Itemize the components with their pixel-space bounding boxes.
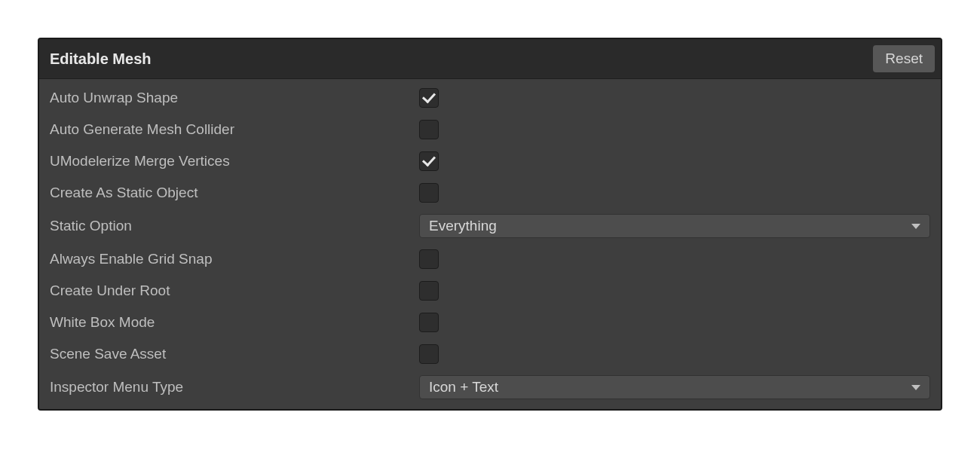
label-always-enable-grid-snap: Always Enable Grid Snap [50, 251, 419, 267]
controls-auto-generate-mesh-collider [419, 120, 930, 139]
row-always-enable-grid-snap: Always Enable Grid Snap [45, 243, 935, 275]
controls-static-option: Everything [419, 214, 930, 238]
row-scene-save-asset: Scene Save Asset [45, 338, 935, 370]
checkbox-scene-save-asset[interactable] [419, 344, 439, 364]
label-create-under-root: Create Under Root [50, 282, 419, 299]
panel-title: Editable Mesh [50, 50, 151, 68]
label-auto-unwrap-shape: Auto Unwrap Shape [50, 90, 419, 106]
dropdown-static-option-value: Everything [429, 218, 497, 234]
checkbox-always-enable-grid-snap[interactable] [419, 249, 439, 269]
label-auto-generate-mesh-collider: Auto Generate Mesh Collider [50, 121, 419, 138]
row-white-box-mode: White Box Mode [45, 307, 935, 338]
checkbox-umodelerize-merge-vertices[interactable] [419, 151, 439, 171]
checkbox-create-as-static-object[interactable] [419, 183, 439, 203]
controls-inspector-menu-type: Icon + Text [419, 375, 930, 399]
panel-body: Auto Unwrap Shape Auto Generate Mesh Col… [39, 79, 941, 409]
dropdown-inspector-menu-type-value: Icon + Text [429, 379, 498, 396]
checkbox-create-under-root[interactable] [419, 281, 439, 301]
editable-mesh-panel: Editable Mesh Reset Auto Unwrap Shape Au… [38, 38, 942, 411]
dropdown-inspector-menu-type[interactable]: Icon + Text [419, 375, 930, 399]
controls-create-under-root [419, 281, 930, 301]
row-inspector-menu-type: Inspector Menu Type Icon + Text [45, 370, 935, 405]
row-static-option: Static Option Everything [45, 209, 935, 243]
row-auto-generate-mesh-collider: Auto Generate Mesh Collider [45, 114, 935, 145]
label-inspector-menu-type: Inspector Menu Type [50, 379, 419, 396]
controls-always-enable-grid-snap [419, 249, 930, 269]
chevron-down-icon [911, 385, 920, 390]
controls-scene-save-asset [419, 344, 930, 364]
label-umodelerize-merge-vertices: UModelerize Merge Vertices [50, 153, 419, 170]
panel-header: Editable Mesh Reset [39, 39, 941, 79]
label-create-as-static-object: Create As Static Object [50, 185, 419, 201]
row-umodelerize-merge-vertices: UModelerize Merge Vertices [45, 145, 935, 177]
dropdown-static-option[interactable]: Everything [419, 214, 930, 238]
chevron-down-icon [911, 224, 920, 229]
checkbox-auto-generate-mesh-collider[interactable] [419, 120, 439, 139]
controls-create-as-static-object [419, 183, 930, 203]
label-white-box-mode: White Box Mode [50, 314, 419, 331]
controls-white-box-mode [419, 313, 930, 332]
controls-umodelerize-merge-vertices [419, 151, 930, 171]
checkbox-auto-unwrap-shape[interactable] [419, 88, 439, 108]
controls-auto-unwrap-shape [419, 88, 930, 108]
label-scene-save-asset: Scene Save Asset [50, 346, 419, 362]
checkbox-white-box-mode[interactable] [419, 313, 439, 332]
row-auto-unwrap-shape: Auto Unwrap Shape [45, 82, 935, 114]
reset-button[interactable]: Reset [873, 45, 935, 72]
row-create-under-root: Create Under Root [45, 275, 935, 307]
row-create-as-static-object: Create As Static Object [45, 177, 935, 209]
label-static-option: Static Option [50, 218, 419, 234]
